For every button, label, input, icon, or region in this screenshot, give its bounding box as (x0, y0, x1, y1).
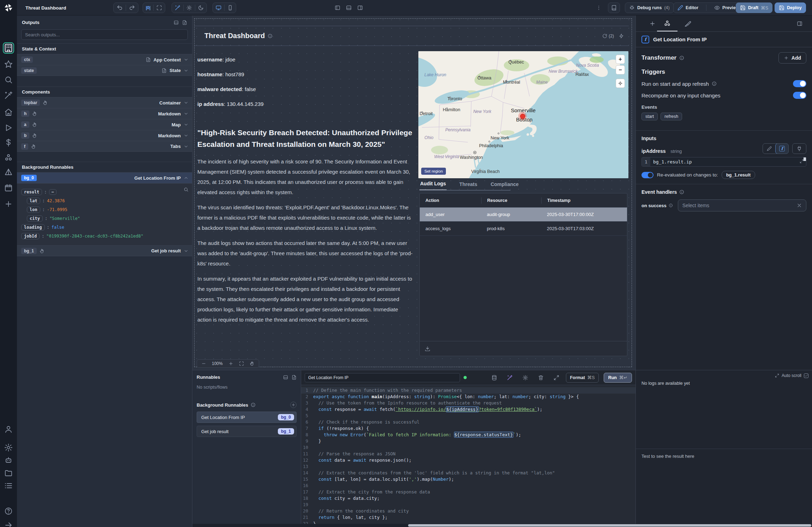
code-line[interactable]: 3 // Use the token from the Ipinfo resou… (301, 400, 635, 406)
trigger1-toggle[interactable] (793, 80, 806, 87)
search-input[interactable] (21, 29, 188, 40)
dark-mode-icon[interactable] (198, 5, 204, 11)
result-search-icon[interactable] (184, 187, 189, 192)
code-line[interactable]: 5 (301, 413, 635, 419)
code-line[interactable]: 14 // Extract the coordinates from the '… (301, 470, 635, 476)
output-row-ctx[interactable]: ctxApp Context (17, 54, 192, 65)
rail-home-icon[interactable] (4, 108, 13, 116)
code-line[interactable]: 13 (301, 463, 635, 470)
zoom-out-icon[interactable] (201, 361, 206, 366)
result-key-jobId[interactable]: jobId:"0199390f-2843-ceac-dc03-cf8b242a1… (21, 233, 189, 239)
result-key-city[interactable]: city:"Somerville" (27, 215, 189, 222)
zero-padding-icon[interactable]: |0| (146, 5, 150, 10)
autoscroll-checkbox[interactable] (804, 373, 808, 378)
static-mode-button[interactable] (763, 144, 776, 154)
rail-help-icon[interactable] (4, 507, 13, 515)
runnables-doc-icon[interactable] (292, 375, 297, 380)
chevron-down-icon[interactable] (184, 111, 189, 116)
rail-app-icon[interactable] (3, 42, 14, 54)
event-badge-start[interactable]: start (641, 113, 658, 120)
rail-folder-icon[interactable] (4, 469, 13, 477)
code-line[interactable]: 19 (301, 502, 635, 508)
clear-selection-icon[interactable] (797, 203, 802, 208)
code-line[interactable]: 2export async function main(ipAddress: s… (301, 394, 635, 400)
collapse-node-button[interactable]: − (49, 189, 56, 195)
desktop-view-icon[interactable] (216, 5, 221, 11)
result-key-lon[interactable]: lon:-71.0995 (27, 206, 189, 213)
code-line[interactable]: 20 // Return the coordinates and city (301, 508, 635, 514)
chevron-up-icon[interactable] (184, 175, 189, 180)
reeval-badge[interactable]: bg_1.result (722, 171, 755, 179)
tab-audit-logs[interactable]: Audit Logs (419, 181, 447, 190)
add-transformer-button[interactable]: Add (778, 52, 806, 64)
deploy-button[interactable]: Deploy (775, 2, 806, 13)
collapse-inspector[interactable] (789, 16, 810, 31)
ai-wand-icon[interactable] (507, 375, 513, 381)
trigger2-toggle[interactable] (793, 92, 806, 99)
code-line[interactable]: 7 if (!response.ok) { (301, 425, 635, 432)
undo-icon[interactable] (117, 5, 123, 11)
draft-button[interactable]: Draft ⌘S (736, 2, 772, 13)
output-row-a[interactable]: aMap (17, 119, 192, 130)
code-line[interactable]: 15 const [lat, lon] = data.loc.split(','… (301, 476, 635, 483)
more-vertical-icon[interactable] (596, 5, 602, 11)
code-line[interactable]: 11 // Parse the response as JSON (301, 451, 635, 457)
delete-icon[interactable] (538, 375, 544, 381)
settings-tab[interactable] (657, 16, 677, 31)
code-line[interactable]: 1// Define the main function with the re… (301, 387, 635, 394)
event-badge-refresh[interactable]: refresh (661, 113, 682, 120)
light-mode-icon[interactable] (186, 5, 192, 11)
toggle-bottom-panel-icon[interactable] (346, 5, 352, 11)
app-topbar-container[interactable]: Threat Dashboard (2) (195, 26, 629, 46)
windmill-logo[interactable] (0, 0, 17, 16)
result-key-result[interactable]: result:− (21, 189, 189, 195)
result-key-loading[interactable]: loading:false (21, 224, 189, 230)
output-row-state[interactable]: stateState (17, 65, 192, 76)
expand-editor-icon[interactable] (554, 375, 559, 381)
rail-search-icon[interactable] (4, 76, 13, 84)
script-name-input[interactable] (305, 373, 460, 382)
code-line[interactable]: 21 return { lon, lat, city }; (301, 514, 635, 521)
toggle-right-panel-icon[interactable] (357, 5, 363, 11)
resources-icon[interactable] (491, 375, 497, 381)
code-line[interactable]: 16 (301, 483, 635, 489)
rail-wand-icon[interactable] (4, 91, 13, 100)
settings-icon[interactable] (523, 375, 528, 381)
runnable-item-bg_0[interactable]: Get Location From IPbg_0 (197, 412, 297, 423)
column-header-resource[interactable]: Resource (481, 197, 541, 204)
zoom-in-icon[interactable] (228, 361, 233, 366)
rail-user-icon[interactable] (4, 425, 13, 433)
tab-compliance[interactable]: Compliance (490, 181, 519, 190)
outputs-doc-icon[interactable] (182, 20, 187, 25)
rail-star-icon[interactable] (4, 60, 13, 68)
rail-bot-icon[interactable] (4, 456, 13, 465)
rail-dollar-icon[interactable] (4, 138, 13, 147)
rail-arrow-right-icon[interactable] (4, 521, 13, 527)
add-runnable-button[interactable] (290, 402, 297, 408)
run-button[interactable]: Run ⌘↵ (604, 373, 632, 383)
bg1-output-row[interactable]: bg_1 Get job result (17, 245, 192, 256)
code-line[interactable]: 12 const data = await response.json(); (301, 457, 635, 463)
chevron-down-icon[interactable] (184, 133, 189, 138)
output-row-h[interactable]: hMarkdown (17, 108, 192, 119)
expand-logs-icon[interactable] (775, 373, 779, 378)
map-locate-button[interactable] (616, 79, 625, 88)
rail-prism-icon[interactable] (4, 168, 13, 176)
mobile-view-icon[interactable] (227, 5, 233, 11)
connect-button[interactable] (792, 143, 806, 154)
chevron-down-icon[interactable] (184, 57, 189, 62)
download-icon[interactable] (425, 346, 430, 352)
editor-tab[interactable]: Editor (674, 3, 702, 13)
code-line[interactable]: 8 throw new Error(`Failed to fetch IP in… (301, 432, 635, 438)
toggle-left-panel-icon[interactable] (335, 5, 340, 11)
rail-gear-icon[interactable] (4, 443, 13, 452)
map-component[interactable]: QuébecMontréalOttawaTorontoHamiltonDetro… (418, 51, 628, 178)
result-key-lat[interactable]: lat:42.3876 (27, 198, 189, 204)
fit-view-icon[interactable] (239, 361, 244, 366)
pan-icon[interactable] (250, 361, 255, 366)
chevron-down-icon[interactable] (184, 144, 189, 149)
eval-mode-button[interactable]: f (776, 144, 788, 154)
rail-list-icon[interactable] (4, 481, 13, 490)
refresh-icon[interactable] (602, 34, 607, 38)
redo-icon[interactable] (129, 5, 135, 11)
